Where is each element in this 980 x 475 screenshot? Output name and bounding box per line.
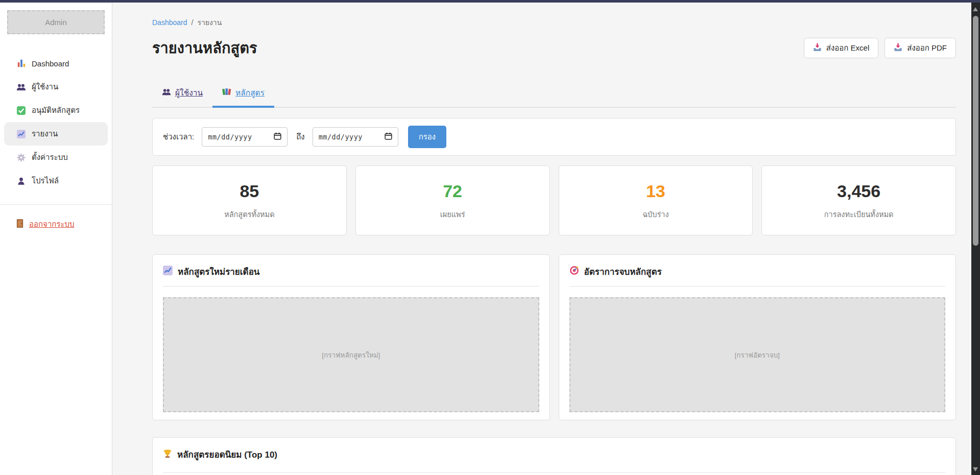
sidebar-item-label: Dashboard: [32, 59, 69, 68]
sidebar-divider: [0, 204, 112, 205]
report-tabs: ผู้ใช้งาน หลักสูตร: [152, 86, 956, 108]
export-excel-button[interactable]: ส่งออก Excel: [804, 38, 878, 58]
sidebar-item-label: โปรไฟล์: [32, 175, 59, 187]
sidebar-item-label: อนุมัติหลักสูตร: [32, 104, 80, 116]
tab-users[interactable]: ผู้ใช้งาน: [152, 86, 212, 108]
gear-icon: [16, 153, 26, 162]
filter-to-label: ถึง: [296, 131, 304, 143]
stat-card-drafts: 13 ฉบับร่าง: [559, 165, 753, 235]
trophy-icon: [163, 449, 172, 460]
calendar-icon[interactable]: [274, 132, 281, 142]
popular-courses-title: หลักสูตรยอดนิยม (Top 10): [177, 447, 277, 461]
breadcrumb-home-link[interactable]: Dashboard: [152, 18, 187, 27]
sidebar-item-users[interactable]: ผู้ใช้งาน: [0, 75, 112, 99]
sidebar-item-reports[interactable]: รายงาน: [4, 122, 108, 146]
sidebar-item-approve-courses[interactable]: อนุมัติหลักสูตร: [0, 99, 112, 122]
main-content: Dashboard / รายงาน รายงานหลักสูตร ส่งออก…: [112, 3, 971, 475]
placeholder-text: [กราฟหลักสูตรใหม่]: [322, 349, 380, 361]
date-from-value: mm/dd/yyyy: [208, 133, 252, 141]
calendar-icon[interactable]: [385, 132, 392, 142]
users-icon: [162, 88, 171, 98]
breadcrumb: Dashboard / รายงาน: [152, 17, 956, 28]
export-excel-label: ส่งออก Excel: [826, 42, 869, 54]
filter-bar: ช่วงเวลา: mm/dd/yyyy ถึง mm/dd/yyyy กรอง: [152, 118, 956, 156]
tab-courses-label: หลักสูตร: [235, 86, 265, 99]
card-title: หลักสูตรใหม่รายเดือน: [178, 265, 260, 278]
chart-line-icon: [163, 266, 173, 277]
logout-label: ออกจากระบบ: [29, 218, 75, 230]
app-root: Admin Dashboard ผู้ใช้งาน อนุมัติหลักสูต…: [0, 0, 980, 475]
page-title: รายงานหลักสูตร: [152, 36, 257, 60]
stat-value: 72: [443, 181, 462, 201]
stat-card-published: 72 เผยแพร่: [355, 165, 550, 235]
sidebar-item-label: ตั้งค่าระบบ: [32, 151, 68, 163]
popular-courses-card: หลักสูตรยอดนิยม (Top 10): [152, 437, 956, 475]
door-icon: [16, 219, 23, 230]
stat-value: 3,456: [837, 181, 880, 201]
stat-value: 13: [646, 181, 665, 201]
new-courses-chart-placeholder: [กราฟหลักสูตรใหม่]: [163, 297, 539, 412]
tab-users-label: ผู้ใช้งาน: [175, 86, 203, 99]
date-to-value: mm/dd/yyyy: [319, 133, 363, 141]
users-icon: [16, 83, 26, 91]
card-header: หลักสูตรยอดนิยม (Top 10): [163, 447, 945, 473]
top-accent-bar: [0, 0, 980, 3]
stat-label: ฉบับร่าง: [642, 208, 668, 220]
card-header: อัตราการจบหลักสูตร: [569, 265, 946, 287]
download-icon: [813, 43, 822, 53]
books-icon: [222, 88, 231, 98]
target-icon: [569, 266, 579, 277]
logo-text: Admin: [45, 18, 67, 27]
card-title: อัตราการจบหลักสูตร: [584, 265, 662, 278]
completion-rate-chart-placeholder: [กราฟอัตราจบ]: [569, 297, 946, 412]
chart-up-icon: [16, 130, 26, 138]
breadcrumb-current: รายงาน: [197, 17, 222, 28]
export-buttons: ส่งออก Excel ส่งออก PDF: [804, 38, 956, 58]
export-pdf-label: ส่งออก PDF: [907, 42, 947, 54]
card-header: หลักสูตรใหม่รายเดือน: [163, 265, 539, 287]
scrollbar-up-arrow[interactable]: [973, 7, 978, 11]
completion-rate-chart-card: อัตราการจบหลักสูตร [กราฟอัตราจบ]: [559, 254, 957, 420]
breadcrumb-separator: /: [192, 18, 194, 27]
bar-chart-icon: [16, 59, 26, 68]
date-to-input[interactable]: mm/dd/yyyy: [313, 127, 398, 147]
charts-row: หลักสูตรใหม่รายเดือน [กราฟหลักสูตรใหม่] …: [152, 254, 956, 420]
page-header: รายงานหลักสูตร ส่งออก Excel ส่งออก PDF: [152, 36, 956, 60]
download-icon: [894, 43, 902, 53]
stats-row: 85 หลักสูตรทั้งหมด 72 เผยแพร่ 13 ฉบับร่า…: [152, 165, 956, 235]
date-from-input[interactable]: mm/dd/yyyy: [202, 127, 288, 147]
sidebar-item-settings[interactable]: ตั้งค่าระบบ: [0, 146, 112, 169]
stat-label: การลงทะเบียนทั้งหมด: [824, 208, 894, 220]
sidebar-item-dashboard[interactable]: Dashboard: [0, 52, 112, 75]
person-icon: [16, 177, 26, 185]
sidebar-item-profile[interactable]: โปรไฟล์: [0, 169, 112, 193]
filter-apply-button[interactable]: กรอง: [408, 126, 446, 148]
logout-button[interactable]: ออกจากระบบ: [0, 218, 112, 230]
stat-card-enrollments: 3,456 การลงทะเบียนทั้งหมด: [761, 165, 956, 235]
sidebar-item-label: รายงาน: [32, 128, 58, 140]
sidebar-menu: Dashboard ผู้ใช้งาน อนุมัติหลักสูตร รายง…: [0, 52, 112, 193]
scrollbar-down-arrow[interactable]: [973, 467, 978, 471]
vertical-scrollbar[interactable]: [971, 3, 980, 475]
placeholder-text: [กราฟอัตราจบ]: [735, 349, 780, 361]
scrollbar-thumb[interactable]: [973, 16, 978, 246]
sidebar: Admin Dashboard ผู้ใช้งาน อนุมัติหลักสูต…: [0, 3, 112, 475]
sidebar-item-label: ผู้ใช้งาน: [32, 81, 58, 93]
new-courses-chart-card: หลักสูตรใหม่รายเดือน [กราฟหลักสูตรใหม่]: [152, 254, 550, 420]
stat-label: เผยแพร่: [440, 208, 465, 220]
check-icon: [16, 106, 26, 115]
filter-range-label: ช่วงเวลา:: [163, 131, 194, 143]
tab-courses[interactable]: หลักสูตร: [212, 86, 274, 108]
stat-value: 85: [240, 181, 259, 201]
logo-placeholder: Admin: [7, 10, 105, 34]
export-pdf-button[interactable]: ส่งออก PDF: [885, 38, 956, 58]
stat-label: หลักสูตรทั้งหมด: [224, 208, 274, 220]
stat-card-total-courses: 85 หลักสูตรทั้งหมด: [152, 165, 347, 235]
